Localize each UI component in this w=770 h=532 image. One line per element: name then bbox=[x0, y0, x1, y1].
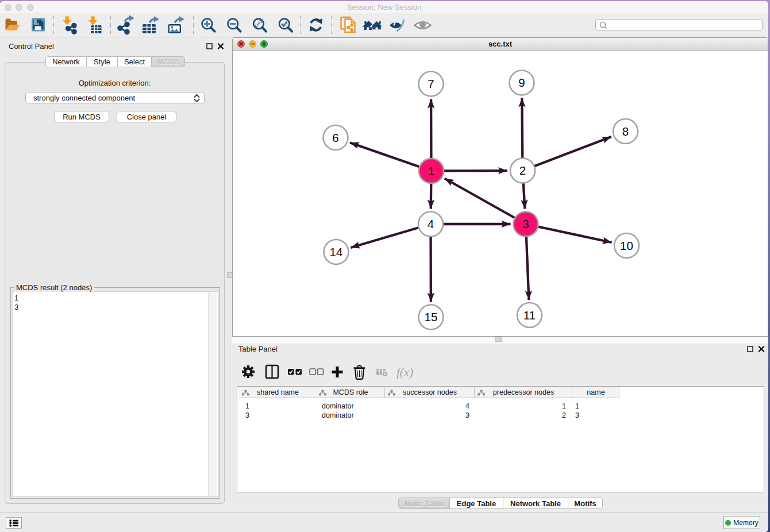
svg-text:7: 7 bbox=[428, 77, 434, 90]
svg-text:4: 4 bbox=[428, 217, 434, 230]
svg-text:f(x): f(x) bbox=[396, 365, 413, 379]
svg-text:2: 2 bbox=[519, 164, 526, 177]
svg-text:6: 6 bbox=[332, 131, 338, 144]
svg-text:8: 8 bbox=[622, 125, 629, 138]
svg-text:3: 3 bbox=[522, 217, 529, 230]
svg-text:14: 14 bbox=[330, 245, 343, 259]
svg-text:9: 9 bbox=[518, 76, 525, 89]
svg-text:11: 11 bbox=[523, 309, 536, 322]
svg-text:15: 15 bbox=[425, 310, 438, 323]
svg-text:10: 10 bbox=[620, 239, 633, 252]
svg-text:1: 1 bbox=[428, 164, 434, 178]
